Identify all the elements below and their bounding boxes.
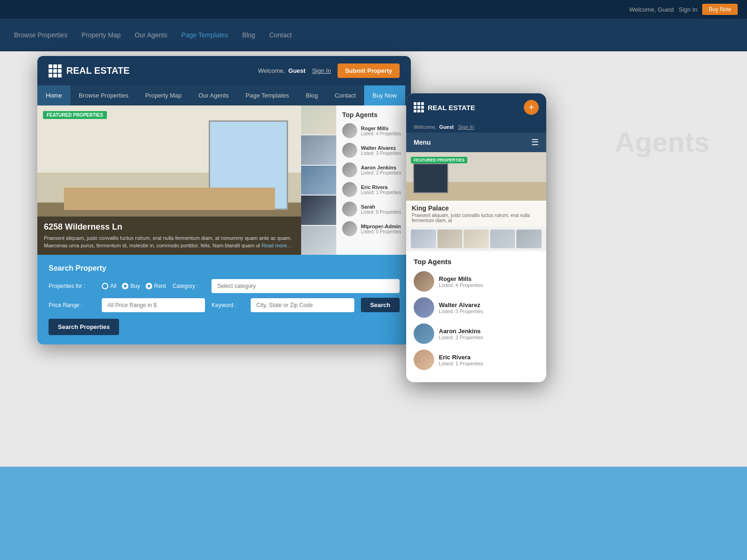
- mobile-thumb-4[interactable]: [490, 230, 515, 248]
- desktop-nav-agents[interactable]: Our Agents: [190, 85, 237, 105]
- desktop-nav-map[interactable]: Property Map: [137, 85, 190, 105]
- agent-avatar-walter: [342, 143, 357, 158]
- agent-name-walter: Walter Alvarez: [361, 145, 405, 151]
- search-row-1: Properties for : All Buy Rent Category :: [49, 279, 400, 293]
- radio-buy[interactable]: Buy: [122, 283, 140, 289]
- price-range-input[interactable]: [102, 298, 205, 312]
- featured-caption: 6258 Wilderness Ln Praesent aliquam, jus…: [37, 217, 301, 255]
- agent-item-sarah: Sarah Listed: 0 Properties: [342, 202, 405, 217]
- mobile-thumb-1[interactable]: [411, 230, 436, 248]
- search-button[interactable]: Search: [361, 298, 400, 312]
- keyword-input[interactable]: [251, 298, 354, 312]
- featured-property-title: 6258 Wilderness Ln: [44, 222, 295, 232]
- category-input[interactable]: [211, 279, 400, 293]
- mobile-thumb-2[interactable]: [437, 230, 463, 248]
- bg-bottom-bar: [0, 467, 747, 560]
- bg-nav-item-templates: Page Templates: [181, 31, 228, 39]
- mobile-logo: REAL ESTATE: [414, 102, 475, 112]
- desktop-sign-in-link[interactable]: Sign In: [312, 67, 331, 74]
- mobile-agent-avatar-walter: [414, 297, 434, 318]
- thumbnail-4[interactable]: [301, 196, 336, 224]
- bg-topbar: Welcome, Guest Sign In Buy Now: [0, 0, 747, 19]
- mobile-add-button[interactable]: +: [524, 100, 539, 115]
- mobile-logo-icon: [414, 102, 424, 112]
- mobile-agents-section: Top Agents Roger Mills Listed: 4 Propert…: [406, 251, 546, 382]
- mobile-thumb-5[interactable]: [516, 230, 542, 248]
- desktop-nav-templates[interactable]: Page Templates: [237, 85, 297, 105]
- bg-nav: Browse Properties Property Map Our Agent…: [0, 19, 747, 51]
- thumbnail-2[interactable]: [301, 135, 336, 164]
- radio-rent[interactable]: Rent: [146, 283, 166, 289]
- mobile-property-desc: Praesent aliquam, justo convallis luctus…: [412, 213, 541, 223]
- mobile-agent-roger: Roger Mills Listed: 4 Properties: [414, 271, 539, 292]
- mobile-agent-name-roger: Roger Mills: [439, 275, 539, 282]
- desktop-nav-blog[interactable]: Blog: [297, 85, 326, 105]
- property-type-radio-group: All Buy Rent: [102, 283, 166, 289]
- agent-info-sarah: Sarah Listed: 0 Properties: [361, 204, 405, 215]
- agent-item-aaron: Aaron Jenkins Listed: 2 Properties: [342, 162, 405, 177]
- search-bar-title: Search Property: [49, 264, 400, 273]
- mobile-guest-name: Guest: [439, 124, 454, 130]
- thumbnail-5[interactable]: [301, 226, 336, 255]
- mobile-header: REAL ESTATE +: [406, 93, 546, 121]
- search-properties-button[interactable]: Search Properties: [49, 319, 119, 335]
- mobile-agent-listed-roger: Listed: 4 Properties: [439, 282, 539, 288]
- agent-info-walter: Walter Alvarez Listed: 3 Properties: [361, 145, 405, 156]
- read-more-link[interactable]: Read more...: [261, 243, 291, 248]
- mobile-agent-name-walter: Walter Alvarez: [439, 301, 539, 308]
- agent-listed-walter: Listed: 3 Properties: [361, 151, 405, 156]
- desktop-window: REAL ESTATE Welcome, Guest Sign In Submi…: [37, 56, 411, 344]
- desktop-nav-browse[interactable]: Browse Properties: [70, 85, 137, 105]
- agent-name-eric: Eric Rivera: [361, 184, 405, 190]
- mobile-agent-avatar-eric: [414, 350, 434, 370]
- agent-item-admin: Mtproper-Admin Listed: 0 Properties: [342, 221, 405, 236]
- bg-nav-item-agents: Our Agents: [134, 31, 167, 39]
- agent-name-roger: Roger Mills: [361, 126, 405, 131]
- category-label: Category :: [172, 283, 205, 289]
- agent-avatar-admin: [342, 221, 357, 236]
- mobile-agent-listed-eric: Listed: 1 Properties: [439, 361, 539, 366]
- mobile-agent-info-walter: Walter Alvarez Listed: 3 Properties: [439, 301, 539, 314]
- search-property-section: Search Property Properties for : All Buy…: [37, 255, 411, 344]
- radio-all[interactable]: All: [102, 283, 116, 289]
- desktop-nav-buy[interactable]: Buy Now: [364, 85, 405, 105]
- agent-name-sarah: Sarah: [361, 204, 405, 210]
- mobile-logo-text: REAL ESTATE: [428, 104, 475, 112]
- mobile-agent-info-aaron: Aaron Jenkins Listed: 2 Properties: [439, 328, 539, 340]
- agent-info-aaron: Aaron Jenkins Listed: 2 Properties: [361, 165, 405, 175]
- agent-avatar-eric: [342, 182, 357, 197]
- mobile-featured-badge: FEATURED PROPERTIES: [411, 157, 467, 163]
- featured-main: FEATURED PROPERTIES 6258 Wilderness Ln P…: [37, 105, 411, 255]
- thumbnail-3[interactable]: [301, 166, 336, 195]
- mobile-thumb-3[interactable]: [464, 230, 489, 248]
- bg-buy-now-button[interactable]: Buy Now: [702, 4, 738, 15]
- radio-buy-circle: [122, 283, 128, 289]
- mobile-agent-walter: Walter Alvarez Listed: 3 Properties: [414, 297, 539, 318]
- mobile-agents-title: Top Agents: [414, 258, 539, 266]
- logo-building-icon: [49, 64, 62, 77]
- mobile-agent-info-eric: Eric Rivera Listed: 1 Properties: [439, 354, 539, 366]
- desktop-nav-home[interactable]: Home: [37, 85, 70, 105]
- featured-badge: FEATURED PROPERTIES: [43, 111, 107, 119]
- bg-nav-item-contact: Contact: [269, 31, 292, 39]
- featured-image-area: FEATURED PROPERTIES 6258 Wilderness Ln P…: [37, 105, 301, 255]
- property-thumbnails: [301, 105, 336, 255]
- mobile-agent-name-eric: Eric Rivera: [439, 354, 539, 361]
- agent-listed-eric: Listed: 1 Properties: [361, 190, 405, 195]
- mobile-agent-listed-aaron: Listed: 2 Properties: [439, 335, 539, 340]
- thumbnail-1[interactable]: [301, 105, 336, 134]
- price-range-label: Price Range :: [49, 302, 95, 308]
- agent-listed-aaron: Listed: 2 Properties: [361, 170, 405, 175]
- agent-name-admin: Mtproper-Admin: [361, 224, 405, 229]
- desktop-welcome: Welcome, Guest: [258, 67, 306, 74]
- hamburger-icon[interactable]: ☰: [531, 137, 539, 147]
- mobile-agent-listed-walter: Listed: 3 Properties: [439, 308, 539, 314]
- mobile-featured-caption: King Palace Praesent aliquam, justo conv…: [406, 201, 546, 227]
- desktop-submit-property-button[interactable]: Submit Property: [338, 63, 400, 78]
- search-row-2: Price Range : Keyword : Search: [49, 298, 400, 312]
- mobile-menu-bar: Menu ☰: [406, 133, 546, 152]
- agent-listed-roger: Listed: 4 Properties: [361, 131, 405, 136]
- bg-nav-item-browse: Browse Properties: [14, 31, 67, 39]
- mobile-sign-in[interactable]: Sign In: [458, 124, 474, 130]
- desktop-nav-contact[interactable]: Contact: [326, 85, 364, 105]
